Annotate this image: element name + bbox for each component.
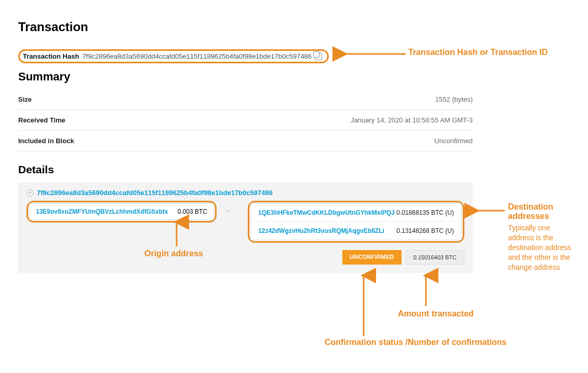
annotation-arrow-icon: [421, 271, 431, 309]
page-title: Transaction: [18, 20, 88, 34]
destination-table: 1QE3hHFkeTMwCdKKLDbgwUtnGYhkMxiPQJ 0.018…: [250, 203, 462, 240]
details-tx-header: + 7f9c2896ea8d3a5690dd4ccafd05e115f11896…: [26, 189, 464, 201]
summary-value: Unconfirmed: [434, 137, 473, 145]
status-row: UNCONFIRMED 0.15016403 BTC: [26, 243, 464, 265]
destination-row: 12z42dWgzvHu2hRt3vusRQMjAqgvEb6ZLi 0.131…: [251, 222, 461, 240]
destination-highlight: 1QE3hHFkeTMwCdKKLDbgwUtnGYhkMxiPQJ 0.018…: [248, 201, 464, 243]
transaction-hash-value: 7f9c2896ea8d3a5690dd4ccafd05e115f1189625…: [82, 52, 312, 60]
summary-value: 1552 (bytes): [435, 95, 473, 103]
origin-address-link[interactable]: 13E9ov9xoZMFYUmQBVzLchhmdXdfGSxbtx: [36, 208, 168, 215]
transaction-hash-row: Transaction Hash 7f9c2896ea8d3a5690dd4cc…: [18, 49, 329, 63]
arrow-right-icon: →: [223, 201, 231, 215]
destination-amount: 0.13148268 BTC (U): [396, 227, 454, 234]
summary-table: Size 1552 (bytes) Received Time January …: [18, 89, 473, 151]
origin-card: 13E9ov9xoZMFYUmQBVzLchhmdXdfGSxbtx 0.003…: [29, 203, 214, 220]
destination-row: 1QE3hHFkeTMwCdKKLDbgwUtnGYhkMxiPQJ 0.018…: [251, 204, 461, 222]
destination-amount: 0.01868135 BTC (U): [396, 209, 454, 216]
summary-value: January 14, 2020 at 10:58:55 AM GMT-3: [351, 116, 473, 124]
annotation-arrow-icon: [358, 271, 369, 339]
details-box: + 7f9c2896ea8d3a5690dd4ccafd05e115f11896…: [18, 183, 473, 273]
details-flow: 13E9ov9xoZMFYUmQBVzLchhmdXdfGSxbtx 0.003…: [26, 201, 464, 243]
annotation-arrow-icon: [473, 205, 508, 216]
expand-icon[interactable]: +: [26, 189, 34, 197]
total-amount-badge: 0.15016403 BTC: [406, 250, 464, 265]
annotation-arrow-icon: [341, 49, 408, 59]
summary-label: Included in Block: [18, 137, 74, 145]
summary-row-size: Size 1552 (bytes): [18, 89, 473, 110]
annotation-arrow-icon: [171, 218, 182, 249]
origin-highlight: 13E9ov9xoZMFYUmQBVzLchhmdXdfGSxbtx 0.003…: [26, 201, 217, 223]
summary-label: Size: [18, 95, 32, 103]
origin-amount: 0.003 BTC: [178, 208, 207, 215]
annotation-amount-label: Amount transacted: [398, 309, 474, 319]
copy-icon[interactable]: [315, 53, 322, 60]
details-title: Details: [18, 163, 54, 176]
destination-address-link[interactable]: 1QE3hHFkeTMwCdKKLDbgwUtnGYhkMxiPQJ: [258, 209, 395, 216]
transaction-hash-label: Transaction Hash: [23, 52, 79, 60]
annotation-status-label: Confirmation status /Number of confirmat…: [325, 338, 506, 347]
details-tx-link[interactable]: 7f9c2896ea8d3a5690dd4ccafd05e115f1189625…: [37, 189, 273, 197]
summary-title: Summary: [18, 70, 70, 84]
destination-address-link[interactable]: 12z42dWgzvHu2hRt3vusRQMjAqgvEb6ZLi: [258, 227, 384, 234]
summary-label: Received Time: [18, 116, 65, 124]
annotation-destination-sub: Typically one address is the destination…: [508, 223, 576, 272]
annotation-origin-label: Origin address: [144, 249, 203, 258]
annotation-destination-label: Destination addresses: [508, 202, 588, 221]
summary-row-included-block: Included in Block Unconfirmed: [18, 131, 473, 151]
annotation-hash-label: Transaction Hash or Transaction ID: [408, 48, 548, 57]
summary-row-received-time: Received Time January 14, 2020 at 10:58:…: [18, 110, 473, 131]
confirmation-status-badge: UNCONFIRMED: [342, 250, 402, 265]
